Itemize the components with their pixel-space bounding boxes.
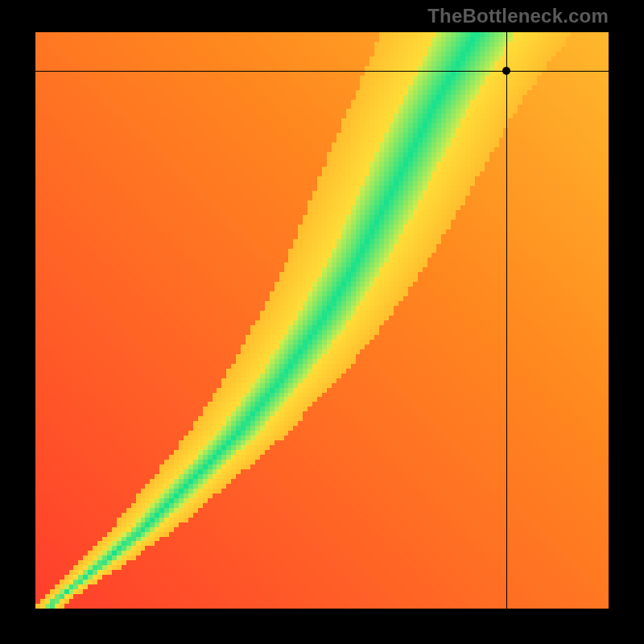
sample-point-marker — [502, 67, 510, 75]
watermark-text: TheBottleneck.com — [427, 5, 609, 27]
crosshair-vertical — [506, 32, 507, 609]
heatmap-plot — [35, 32, 609, 609]
app-frame: TheBottleneck.com — [0, 0, 644, 644]
heatmap-canvas — [35, 32, 609, 609]
crosshair-horizontal — [35, 71, 609, 72]
